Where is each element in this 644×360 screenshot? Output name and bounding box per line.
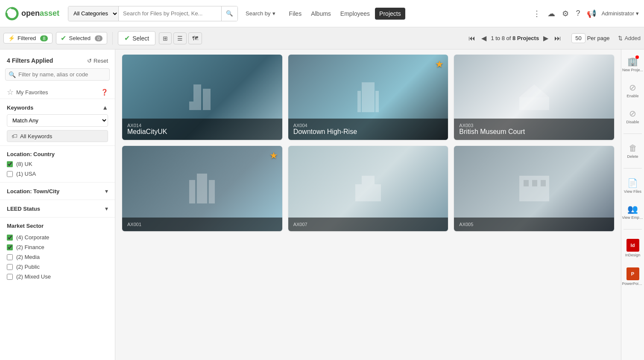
selected-label: Selected (69, 35, 91, 41)
project-card-ax007[interactable]: AX007 (288, 146, 448, 231)
admin-label: Administrator (601, 10, 634, 17)
sector-media-item[interactable]: (2) Media (7, 252, 108, 262)
search-input[interactable] (119, 10, 221, 17)
disable-icon: ⊘ (629, 108, 636, 119)
country-usa-checkbox[interactable] (7, 171, 13, 177)
location-country-title: Location: Country (7, 151, 55, 157)
new-project-action[interactable]: 🏢 New Proje... (621, 55, 644, 74)
location-town-header[interactable]: Location: Town/City ▾ (7, 186, 108, 196)
filter-search-area: 🔍 (5, 68, 110, 81)
reset-icon: ↺ (87, 58, 92, 64)
powerpoint-action[interactable]: P PowerPoin... (621, 266, 644, 287)
grid-view-button[interactable]: ⊞ (159, 32, 172, 44)
selected-badge[interactable]: ✔ Selected 0 (56, 32, 107, 44)
card-name-ax003: British Museum Court (459, 128, 609, 136)
delete-action[interactable]: 🗑 Delete (621, 142, 644, 160)
leed-status-title: LEED Status (7, 206, 40, 212)
reset-label: Reset (94, 58, 108, 64)
leed-status-header[interactable]: LEED Status ▾ (7, 203, 108, 214)
card-name-ax004: Downtown High-Rise (293, 128, 443, 136)
project-card-ax003[interactable]: AX003 British Museum Court (454, 55, 614, 140)
card-footer-ax003: AX003 British Museum Court (454, 119, 614, 140)
reset-button[interactable]: ↺ Reset (87, 58, 108, 64)
project-card-ax004[interactable]: ★ AX004 Downtown High-Rise (288, 55, 448, 140)
nav-projects[interactable]: Projects (375, 8, 405, 20)
first-page-button[interactable]: ⏮ (467, 34, 477, 43)
all-keywords-tag[interactable]: 🏷 All Keywords (7, 130, 108, 142)
settings-button[interactable]: ⚙ (560, 7, 571, 20)
nav-employees[interactable]: Employees (336, 8, 374, 20)
project-card-ax005[interactable]: AX005 (454, 146, 614, 231)
next-page-button[interactable]: ▶ (542, 33, 550, 43)
leed-status-section: LEED Status ▾ (0, 200, 115, 217)
enable-action[interactable]: ⊘ Enable (621, 81, 644, 100)
country-uk-checkbox[interactable] (7, 161, 13, 167)
disable-action[interactable]: ⊘ Disable (621, 107, 644, 126)
keywords-header[interactable]: Keywords ▲ (7, 102, 108, 114)
delete-label: Delete (622, 154, 644, 159)
favorite-star-ax001[interactable]: ★ (269, 150, 278, 161)
svg-rect-4 (362, 82, 375, 112)
view-employees-action[interactable]: 👥 View Employe... (621, 202, 644, 221)
keywords-chevron-icon: ▲ (102, 104, 108, 111)
sector-public-item[interactable]: (2) Public (7, 262, 108, 272)
favorites-star-icon[interactable]: ☆ (7, 87, 14, 97)
nav-albums[interactable]: Albums (307, 8, 335, 20)
select-button[interactable]: ✔ Select (118, 31, 155, 45)
pagination-info: ⏮ ◀ 1 to 8 of 8 Projects ▶ ⏭ (467, 33, 563, 43)
favorite-star-ax004[interactable]: ★ (435, 59, 444, 70)
new-project-icon-wrap: 🏢 (627, 56, 638, 67)
sector-public-label: (2) Public (16, 264, 40, 270)
match-any-select[interactable]: Match Any Match All (7, 114, 108, 127)
list-view-button[interactable]: ☰ (173, 32, 187, 44)
new-project-label: New Proje... (622, 68, 644, 72)
sector-corporate-checkbox[interactable] (7, 235, 13, 241)
location-town-title: Location: Town/City (7, 188, 59, 195)
upload-button[interactable]: ☁ (546, 7, 557, 20)
sector-finance-label: (2) Finance (16, 244, 44, 250)
project-card-ax001[interactable]: ★ AX001 (122, 146, 282, 231)
admin-menu-button[interactable]: Administrator ▾ (601, 10, 639, 17)
country-uk-label: (8) UK (16, 161, 32, 167)
more-options-button[interactable]: ⋮ (531, 7, 542, 20)
select-label: Select (132, 35, 149, 42)
search-button[interactable]: 🔍 (221, 6, 237, 21)
sort-button[interactable]: ⇅ Added (618, 35, 641, 41)
category-select[interactable]: All Categories Projects Files (68, 6, 119, 21)
nav-files[interactable]: Files (285, 8, 306, 20)
sector-mixeduse-checkbox[interactable] (7, 274, 13, 280)
top-navigation: openasset All Categories Projects Files … (0, 0, 644, 27)
country-uk-item[interactable]: (8) UK (7, 159, 108, 169)
funnel-icon: ⚡ (8, 35, 15, 41)
filtered-badge[interactable]: ⚡ Filtered 8 (3, 33, 53, 44)
project-card-ax014[interactable]: AX014 MediaCityUK (122, 55, 282, 140)
card-code-ax005: AX005 (459, 222, 609, 227)
help-button[interactable]: ? (574, 7, 582, 20)
map-view-button[interactable]: 🗺 (188, 32, 202, 44)
sector-finance-checkbox[interactable] (7, 244, 13, 250)
per-page-value[interactable]: 50 (571, 33, 585, 43)
pagination-total: 8 Projects (512, 35, 539, 41)
search-area: All Categories Projects Files 🔍 (68, 6, 238, 21)
sector-mixeduse-item[interactable]: (2) Mixed Use (7, 272, 108, 282)
sector-corporate-item[interactable]: (4) Corporate (7, 232, 108, 242)
notification-dot (635, 55, 639, 59)
svg-rect-11 (209, 180, 215, 203)
location-country-header[interactable]: Location: Country (7, 149, 108, 159)
prev-page-button[interactable]: ◀ (480, 33, 488, 43)
sector-finance-item[interactable]: (2) Finance (7, 242, 108, 252)
indesign-action[interactable]: Id InDesign (621, 237, 644, 259)
enable-icon: ⊘ (629, 82, 636, 93)
last-page-button[interactable]: ⏭ (553, 34, 563, 43)
logo[interactable]: openasset (5, 7, 59, 20)
sector-media-checkbox[interactable] (7, 254, 13, 260)
view-files-action[interactable]: 📄 View Files (621, 176, 644, 195)
favorites-help-icon[interactable]: ❓ (101, 89, 108, 96)
project-grid-area: AX014 MediaCityUK ★ AX004 Downtown High-… (115, 49, 621, 360)
country-usa-item[interactable]: (1) USA (7, 169, 108, 179)
filter-search-input[interactable] (5, 68, 110, 81)
search-by-button[interactable]: Search by ▾ (242, 10, 279, 17)
filters-applied-label: 4 Filters Applied (7, 57, 53, 64)
sector-public-checkbox[interactable] (7, 264, 13, 270)
notifications-button[interactable]: 📢 (585, 7, 598, 20)
